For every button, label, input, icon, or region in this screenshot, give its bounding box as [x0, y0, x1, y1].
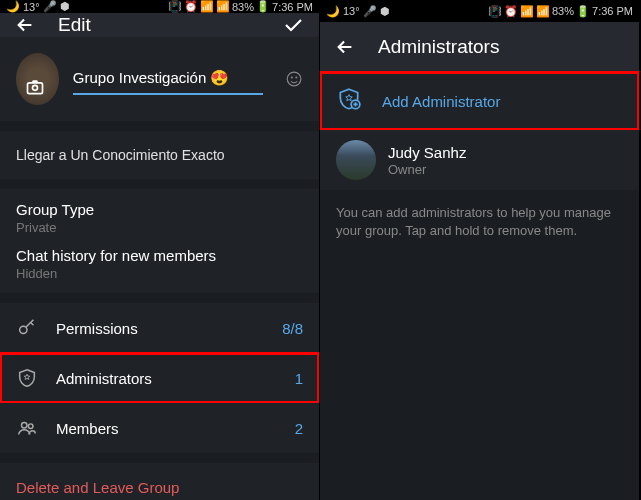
admin-member-row[interactable]: Judy Sanhz Owner: [320, 130, 639, 190]
temp-text: 13°: [23, 1, 40, 13]
permissions-value: 8/8: [282, 320, 303, 337]
svg-point-6: [22, 423, 28, 429]
app-icon: ⬢: [60, 0, 70, 13]
administrators-row[interactable]: Administrators 1: [0, 353, 319, 403]
camera-icon: [24, 77, 46, 97]
svg-point-1: [33, 85, 38, 90]
permissions-label: Permissions: [56, 320, 282, 337]
time-text: 7:36 PM: [592, 5, 633, 17]
settings-block: Group Type Private Chat history for new …: [0, 189, 319, 293]
permissions-row[interactable]: Permissions 8/8: [0, 303, 319, 353]
group-header-edit: [0, 37, 319, 121]
battery-text: 83%: [552, 5, 574, 17]
signal-icon: 📶: [520, 5, 534, 18]
administrators-label: Administrators: [56, 370, 295, 387]
members-row[interactable]: Members 2: [0, 403, 319, 453]
group-type-row[interactable]: Group Type Private: [0, 189, 319, 241]
member-name: Judy Sanhz: [388, 144, 466, 161]
help-text: You can add administrators to help you m…: [320, 190, 639, 254]
svg-point-2: [287, 72, 301, 86]
member-role: Owner: [388, 162, 466, 177]
statusbar: 🌙 13° 🎤 ⬢ 📳 ⏰ 📶 📶 83% 🔋 7:36 PM: [320, 0, 639, 22]
mic-icon: 🎤: [43, 0, 57, 13]
shield-plus-icon: [336, 86, 382, 116]
group-description[interactable]: Llegar a Un Conocimiento Exacto: [0, 131, 319, 179]
app-icon: ⬢: [380, 5, 390, 18]
battery-text: 83%: [232, 1, 254, 13]
administrators-value: 1: [295, 370, 303, 387]
svg-point-3: [291, 77, 292, 78]
emoji-icon[interactable]: [285, 68, 303, 90]
signal-icon: 📶: [216, 0, 230, 13]
vibrate-icon: 📳: [168, 0, 182, 13]
back-arrow-icon[interactable]: [334, 36, 356, 58]
alarm-icon: ⏰: [504, 5, 518, 18]
statusbar: 🌙 13° 🎤 ⬢ 📳 ⏰ 📶 📶 83% 🔋 7:36 PM: [0, 0, 319, 13]
alarm-icon: ⏰: [184, 0, 198, 13]
people-icon: [16, 417, 56, 439]
temp-text: 13°: [343, 5, 360, 17]
svg-rect-0: [28, 83, 43, 94]
group-type-label: Group Type: [16, 201, 94, 218]
group-name-input[interactable]: [73, 64, 263, 95]
key-icon: [16, 317, 56, 339]
members-label: Members: [56, 420, 295, 437]
page-title: Administrators: [378, 36, 625, 58]
back-arrow-icon[interactable]: [14, 14, 36, 36]
page-title: Edit: [58, 14, 259, 36]
check-icon[interactable]: [281, 13, 305, 37]
vibrate-icon: 📳: [488, 5, 502, 18]
phone-left-edit: 🌙 13° 🎤 ⬢ 📳 ⏰ 📶 📶 83% 🔋 7:36 PM Edit Lle…: [0, 0, 320, 500]
moon-icon: 🌙: [326, 5, 340, 18]
member-avatar: [336, 140, 376, 180]
chat-history-row[interactable]: Chat history for new members Hidden: [0, 241, 319, 293]
time-text: 7:36 PM: [272, 1, 313, 13]
signal-icon: 📶: [200, 0, 214, 13]
svg-point-7: [28, 424, 33, 429]
phone-right-administrators: 🌙 13° 🎤 ⬢ 📳 ⏰ 📶 📶 83% 🔋 7:36 PM Administ…: [320, 0, 640, 500]
svg-point-5: [20, 326, 27, 333]
mic-icon: 🎤: [363, 5, 377, 18]
signal-icon: 📶: [536, 5, 550, 18]
moon-icon: 🌙: [6, 0, 20, 13]
shield-star-icon: [16, 367, 56, 389]
chat-history-value: Hidden: [16, 266, 216, 281]
chat-history-label: Chat history for new members: [16, 247, 216, 264]
header: Edit: [0, 13, 319, 37]
group-type-value: Private: [16, 220, 94, 235]
svg-point-4: [296, 77, 297, 78]
header: Administrators: [320, 22, 639, 72]
empty-space: [320, 254, 639, 500]
battery-icon: 🔋: [256, 0, 270, 13]
battery-icon: 🔋: [576, 5, 590, 18]
add-administrator-button[interactable]: Add Administrator: [320, 72, 639, 130]
members-value: 2: [295, 420, 303, 437]
group-avatar[interactable]: [16, 53, 59, 105]
add-administrator-label: Add Administrator: [382, 93, 623, 110]
management-block: Permissions 8/8 Administrators 1 Members…: [0, 303, 319, 453]
delete-leave-button[interactable]: Delete and Leave Group: [0, 463, 319, 500]
